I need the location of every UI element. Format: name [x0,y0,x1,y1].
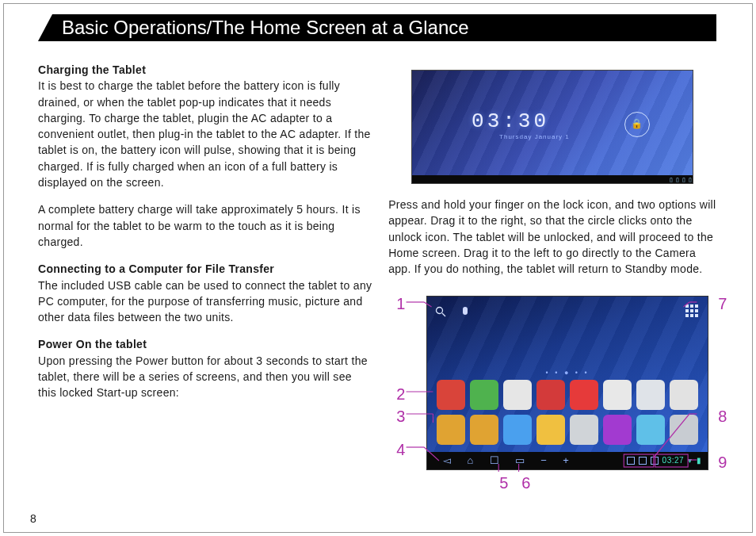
app-icon [670,380,698,410]
status-icon [639,457,647,465]
para-charging-2: A complete battery charge will take appr… [38,201,372,250]
heading-power-on: Power On the tablet [38,336,372,352]
status-icon [627,457,635,465]
callout-2: 2 [396,383,405,406]
app-icon [437,415,465,445]
para-power-on: Upon pressing the Power button for about… [38,353,372,401]
app-icon [503,380,532,410]
lock-date: Thursday January 1 [499,132,570,142]
heading-charging: Charging the Tablet [38,62,372,78]
callout-5: 5 [499,472,508,495]
app-icon [536,415,565,445]
wifi-icon: ▾ [688,455,693,467]
home-screen-screenshot: • • ● • • [426,296,708,470]
lock-screen-screenshot: 03:30 Thursday January 1 🔒 ▯ ▯ ▯ ▯ [411,70,693,184]
home-screen-diagram: • • ● • • [388,288,716,486]
app-icon [570,415,598,445]
app-icon [437,380,465,410]
app-icon [603,380,632,410]
callout-6: 6 [521,472,530,495]
mic-icon [463,307,468,315]
status-time: 03:27 [662,455,685,467]
page-title: Basic Operations/The Home Screen at a Gl… [38,14,716,41]
callout-3: 3 [396,405,405,428]
vol-up-icon: + [563,454,569,469]
callout-4: 4 [396,438,405,461]
callout-7: 7 [718,293,727,316]
vol-down-icon: − [540,454,547,469]
right-column: 03:30 Thursday January 1 🔒 ▯ ▯ ▯ ▯ Press… [388,62,716,520]
callout-1: 1 [396,293,405,316]
callout-8: 8 [718,405,727,428]
app-icon [603,415,632,445]
app-icon [536,380,565,410]
lock-navbar: ▯ ▯ ▯ ▯ [412,175,693,183]
back-icon: ◅ [443,454,451,469]
page-number: 8 [30,512,36,525]
app-icon [470,415,498,445]
para-file-transfer: The included USB cable can be used to co… [38,278,372,326]
left-column: Charging the Tablet It is best to charge… [38,62,372,520]
screenshot-icon: ▭ [515,454,525,469]
app-icon [670,415,698,445]
app-icon [636,380,665,410]
lock-icon: 🔒 [624,112,650,137]
app-icon [503,415,532,445]
svg-line-1 [442,313,445,316]
content-columns: Charging the Tablet It is best to charge… [38,62,716,520]
battery-icon: ▮ [697,455,702,467]
app-icon [470,380,498,410]
recent-icon: ☐ [490,454,499,469]
app-icon [570,380,598,410]
page-indicator: • • ● • • [427,368,708,378]
svg-point-0 [437,308,443,314]
home-navbar: ◅ ⌂ ☐ ▭ − + 03:27 ▾ ▮ [427,452,708,469]
para-lock-instructions: Press and hold your finger on the lock i… [388,197,716,277]
callout-9: 9 [718,451,727,474]
app-icon [636,415,665,445]
apps-grid-icon [685,304,698,317]
home-icon: ⌂ [467,454,473,469]
heading-file-transfer: Connecting to a Computer for File Transf… [38,261,372,277]
app-icons [437,380,698,445]
search-icon [435,304,446,322]
status-icon [651,457,659,465]
para-charging-1: It is best to charge the tablet before t… [38,78,372,190]
